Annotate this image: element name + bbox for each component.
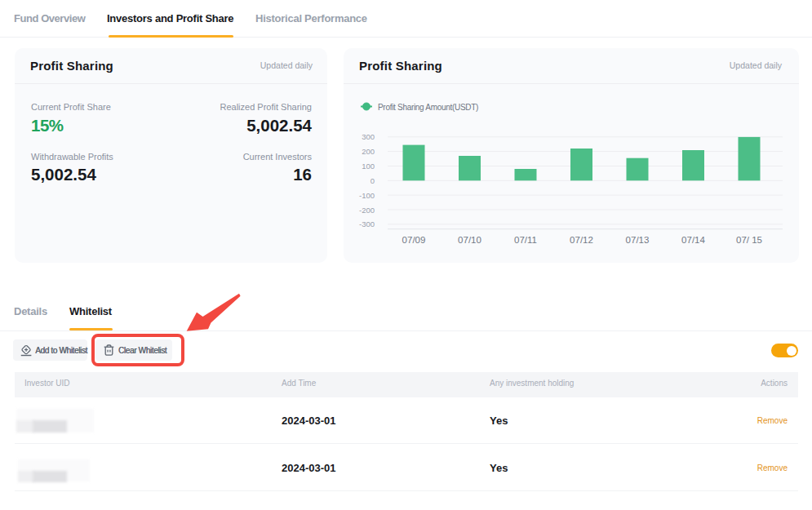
svg-text:200: 200 (362, 147, 375, 156)
svg-text:07/ 15: 07/ 15 (736, 235, 762, 245)
svg-text:07/11: 07/11 (514, 235, 537, 245)
svg-text:-300: -300 (359, 220, 375, 228)
svg-text:07/09: 07/09 (402, 235, 426, 245)
svg-text:-200: -200 (359, 206, 375, 215)
svg-text:300: 300 (362, 132, 375, 141)
svg-text:07/10: 07/10 (458, 235, 481, 245)
svg-text:100: 100 (362, 162, 375, 171)
svg-text:07/13: 07/13 (626, 235, 650, 245)
svg-text:0: 0 (371, 176, 375, 185)
svg-text:-100: -100 (359, 191, 375, 200)
svg-text:Profit Sharing Amount(USDT): Profit Sharing Amount(USDT) (378, 103, 478, 112)
svg-text:07/14: 07/14 (681, 235, 705, 245)
svg-text:07/12: 07/12 (570, 235, 593, 245)
